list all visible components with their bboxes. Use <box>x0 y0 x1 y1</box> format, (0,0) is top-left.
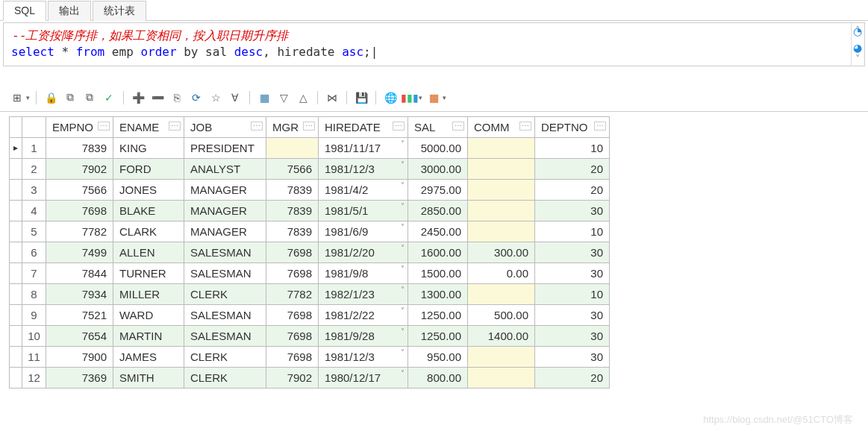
cell-comm[interactable] <box>468 367 535 388</box>
prev-icon[interactable]: ⧉ <box>81 90 98 105</box>
sort-icon[interactable]: ⋯ <box>452 122 464 130</box>
cell-empno[interactable]: 7499 <box>46 242 113 262</box>
table-row[interactable]: 57782CLARKMANAGER78391981/6/92450.0010 <box>10 221 610 242</box>
cell-ename[interactable]: JONES <box>113 179 184 200</box>
col-deptno[interactable]: DEPTNO⋯ <box>535 116 610 137</box>
dropdown-icon[interactable]: ▾ <box>26 94 30 101</box>
table-row[interactable]: 117900JAMESCLERK76981981/12/3950.0030 <box>10 346 610 367</box>
cell-job[interactable]: PRESIDENT <box>184 137 266 158</box>
cell-ename[interactable]: BLAKE <box>113 200 184 221</box>
cell-deptno[interactable]: 30 <box>535 346 610 367</box>
cell-comm[interactable] <box>468 137 535 158</box>
cell-empno[interactable]: 7698 <box>46 200 113 221</box>
cell-ename[interactable]: TURNER <box>113 262 184 283</box>
cell-mgr[interactable]: 7698 <box>266 262 319 283</box>
bookmark-nav-icon[interactable]: ◕ <box>853 42 862 54</box>
cell-deptno[interactable]: 30 <box>535 325 610 346</box>
cell-sal[interactable]: 2450.00 <box>408 221 468 242</box>
sort-icon[interactable]: ⋯ <box>519 122 531 130</box>
cell-mgr[interactable]: 7839 <box>266 200 319 221</box>
cell-ename[interactable]: ALLEN <box>113 242 184 262</box>
cell-hiredate[interactable]: 1981/9/8 <box>319 262 408 283</box>
cell-deptno[interactable]: 30 <box>535 262 610 283</box>
cell-deptno[interactable]: 10 <box>535 221 610 242</box>
cell-hiredate[interactable]: 1980/12/17 <box>319 367 408 388</box>
cell-comm[interactable] <box>468 200 535 221</box>
cell-empno[interactable]: 7782 <box>46 221 113 242</box>
cell-deptno[interactable]: 20 <box>535 367 610 388</box>
sort-icon[interactable]: ⋯ <box>169 122 181 130</box>
bookmark-icon[interactable]: ☆ <box>207 90 224 105</box>
lock-icon[interactable]: 🔒 <box>43 90 59 105</box>
cell-sal[interactable]: 1250.00 <box>408 304 468 325</box>
cell-mgr[interactable]: 7902 <box>266 367 319 388</box>
cell-comm[interactable] <box>468 346 535 367</box>
copy-row-icon[interactable]: ⎘ <box>169 90 185 105</box>
cell-empno[interactable]: 7839 <box>46 137 113 158</box>
cell-ename[interactable]: SMITH <box>113 367 184 388</box>
tab-stats[interactable]: 统计表 <box>93 1 146 21</box>
cell-deptno[interactable]: 30 <box>535 200 610 221</box>
table-row[interactable]: 27902FORDANALYST75661981/12/33000.0020 <box>10 158 610 179</box>
cell-comm[interactable] <box>468 221 535 242</box>
cell-mgr[interactable]: 7839 <box>266 179 319 200</box>
cell-mgr[interactable]: 7839 <box>266 221 319 242</box>
cell-job[interactable]: MANAGER <box>184 179 266 200</box>
table-row[interactable]: 97521WARDSALESMAN76981981/2/221250.00500… <box>10 304 610 325</box>
cell-job[interactable]: CLERK <box>184 367 266 388</box>
col-comm[interactable]: COMM⋯ <box>468 116 535 137</box>
cell-deptno[interactable]: 30 <box>535 242 610 262</box>
cell-ename[interactable]: MILLER <box>113 283 184 304</box>
cell-empno[interactable]: 7844 <box>46 262 113 283</box>
sort-icon[interactable]: ⋯ <box>393 122 405 130</box>
cell-mgr[interactable]: 7782 <box>266 283 319 304</box>
cell-comm[interactable]: 300.00 <box>468 242 535 262</box>
cell-hiredate[interactable]: 1981/11/17 <box>319 137 408 158</box>
cell-ename[interactable]: KING <box>113 137 184 158</box>
cell-ename[interactable]: JAMES <box>113 346 184 367</box>
cell-deptno[interactable]: 30 <box>535 304 610 325</box>
cell-sal[interactable]: 2850.00 <box>408 200 468 221</box>
sort-icon[interactable]: ⋯ <box>251 122 263 130</box>
first-icon[interactable]: ⧉ <box>62 90 78 105</box>
cell-sal[interactable]: 800.00 <box>408 367 468 388</box>
nav-down-icon[interactable]: ▽ <box>275 90 292 105</box>
cell-deptno[interactable]: 20 <box>535 179 610 200</box>
cell-hiredate[interactable]: 1981/12/3 <box>319 346 408 367</box>
col-sal[interactable]: SAL⋯ <box>408 116 468 137</box>
cell-sal[interactable]: 1300.00 <box>408 283 468 304</box>
table-row[interactable]: 127369SMITHCLERK79021980/12/17800.0020 <box>10 367 610 388</box>
bookmark-add-icon[interactable]: ◔ <box>853 25 862 37</box>
cell-job[interactable]: CLERK <box>184 346 266 367</box>
cell-empno[interactable]: 7566 <box>46 179 113 200</box>
cell-empno[interactable]: 7369 <box>46 367 113 388</box>
cell-job[interactable]: MANAGER <box>184 200 266 221</box>
cell-sal[interactable]: 1250.00 <box>408 325 468 346</box>
cell-empno[interactable]: 7521 <box>46 304 113 325</box>
cell-sal[interactable]: 1600.00 <box>408 242 468 262</box>
cell-mgr[interactable]: 7698 <box>266 325 319 346</box>
cell-hiredate[interactable]: 1981/4/2 <box>319 179 408 200</box>
cell-deptno[interactable]: 10 <box>535 137 610 158</box>
cell-comm[interactable] <box>468 158 535 179</box>
cell-mgr[interactable]: 7698 <box>266 242 319 262</box>
dropdown-icon[interactable]: ▾ <box>419 94 422 101</box>
export-icon[interactable]: 🌐 <box>382 90 399 105</box>
dropdown-icon[interactable]: ▾ <box>443 94 446 101</box>
cell-hiredate[interactable]: 1981/9/28 <box>319 325 408 346</box>
cell-job[interactable]: CLERK <box>184 283 266 304</box>
sort-icon[interactable]: ⋯ <box>98 122 110 130</box>
cell-hiredate[interactable]: 1981/6/9 <box>319 221 408 242</box>
scroll-down-icon[interactable]: ˅ <box>855 53 861 64</box>
commit-icon[interactable]: ✓ <box>101 90 117 105</box>
col-empno[interactable]: EMPNO⋯ <box>46 116 113 137</box>
table-row[interactable]: 77844TURNERSALESMAN76981981/9/81500.000.… <box>10 262 610 283</box>
cell-comm[interactable]: 0.00 <box>468 262 535 283</box>
cell-mgr[interactable]: 7566 <box>266 158 319 179</box>
cell-job[interactable]: MANAGER <box>184 221 266 242</box>
cell-ename[interactable]: MARTIN <box>113 325 184 346</box>
cell-comm[interactable] <box>468 283 535 304</box>
sort-icon[interactable]: ⋯ <box>594 122 606 130</box>
link-icon[interactable]: ⋈ <box>324 90 340 105</box>
col-mgr[interactable]: MGR⋯ <box>266 116 319 137</box>
